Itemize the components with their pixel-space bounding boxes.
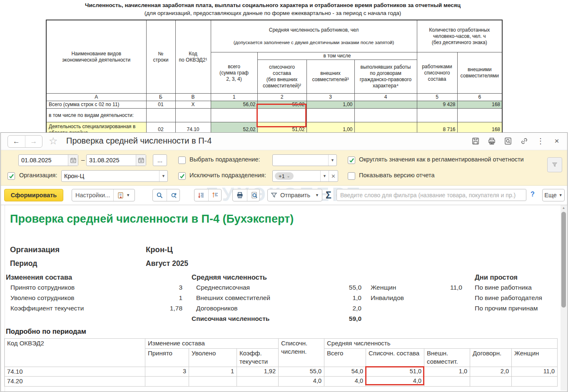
period-more-button[interactable]: ... — [153, 154, 167, 166]
chevron-down-icon: ▼ — [315, 193, 319, 197]
list-item: Принято сотрудников3 — [6, 284, 182, 294]
total-row: Списочная численность59,0 — [192, 315, 361, 325]
scroll-up-icon[interactable]: ▲ — [561, 206, 567, 210]
round-values-label: Округлять значения как в регламентирован… — [359, 156, 524, 163]
chevron-down-icon: ▼ — [559, 193, 563, 197]
printer-icon — [236, 191, 244, 199]
search-icon — [156, 192, 163, 199]
changes-section: Изменения состава Принято сотрудников3 У… — [6, 273, 182, 315]
section-title: Дни простоя — [475, 273, 564, 284]
department-combo[interactable]: ▼ — [272, 154, 337, 166]
col-header-hired: Принято — [145, 349, 189, 367]
organization-combo[interactable]: Крон-Ц ▼ — [61, 170, 168, 182]
col-header-payroll-count: Списочн. численн. — [279, 339, 324, 367]
chevron-down-icon: ⌄ — [287, 174, 290, 178]
excluded-count-badge[interactable]: +1⌄ — [275, 172, 294, 180]
select-department-label: Выбрать подразделение: — [189, 156, 260, 163]
date-to-input[interactable] — [87, 155, 136, 166]
chevron-down-icon[interactable]: ▼ — [159, 171, 167, 181]
settings-variants-button[interactable]: ▼ — [113, 189, 133, 201]
select-department-checkbox[interactable] — [178, 156, 186, 164]
list-item: По вине работодателя — [475, 294, 564, 305]
vertical-scrollbar[interactable]: ▲ — [561, 205, 567, 391]
more-actions-button[interactable]: ⋮ — [536, 136, 545, 146]
col-header-external: внешних совместителей³ — [306, 60, 354, 94]
grouping-group — [194, 189, 222, 201]
date-range-separator: – — [81, 156, 85, 163]
exclude-departments-checkbox[interactable] — [178, 172, 186, 180]
report-window: ← → ☆ Проверка средней численности в П-4… — [0, 132, 568, 392]
find-next-button[interactable] — [167, 189, 181, 201]
sum-button[interactable]: Σ — [326, 190, 331, 201]
list-item: Коэффициент текучести1,78 — [6, 305, 182, 315]
col-header-okved: Код по ОКВЭД2¹ — [175, 20, 211, 94]
generate-button[interactable]: Сформировать — [4, 189, 63, 201]
col-header-gpc: выполнявших работы по договорам гражданс… — [354, 60, 417, 94]
search-group — [152, 189, 180, 201]
organization-checkbox[interactable] — [7, 172, 15, 180]
col-group-changes: Изменение состава — [145, 339, 279, 349]
calendar-icon[interactable] — [68, 155, 78, 166]
list-item: Внешних совместителей1,0 — [192, 294, 361, 305]
date-from-input[interactable] — [19, 155, 68, 166]
scrollbar-thumb[interactable] — [561, 212, 566, 308]
printer-icon — [488, 137, 496, 145]
round-values-checkbox[interactable] — [348, 156, 355, 164]
forward-arrow-icon: → — [30, 137, 37, 146]
show-version-checkbox[interactable] — [348, 172, 355, 180]
settings-group: Настройки... ▼ — [72, 189, 135, 201]
col-header-payroll: списочного состава (без внешних совмести… — [257, 60, 306, 94]
more-button[interactable]: Еще ▼ — [542, 189, 565, 201]
table-row: Деятельность специализированная в област… — [46, 122, 502, 132]
close-button[interactable]: × — [552, 136, 561, 146]
detail-table: Код ОКВЭД2 Изменение состава Списочн. чи… — [4, 338, 558, 387]
chevron-down-icon[interactable]: ▼ — [328, 155, 336, 166]
col-header-payroll: Списочн. состава — [366, 349, 424, 367]
detail-title: Подробно по периодам — [6, 327, 86, 335]
save-button[interactable] — [471, 136, 480, 146]
back-button[interactable]: ← — [8, 136, 25, 147]
print-button[interactable] — [487, 136, 496, 146]
average-section: Средняя численность Среднесписочная55,0 … — [192, 273, 361, 325]
collapse-groups-button[interactable] — [208, 189, 222, 201]
send-button[interactable]: Отправить ▼ — [267, 189, 322, 201]
col-header-okved: Код ОКВЭД2 — [5, 339, 145, 367]
saved-settings-icon — [117, 192, 124, 199]
org-value: Крон-Ц — [146, 245, 173, 254]
col-header-external: Внешн. совместит. — [424, 349, 470, 367]
filter-input[interactable] — [336, 189, 526, 201]
link-button[interactable] — [520, 136, 529, 146]
settings-button[interactable]: Настройки... — [72, 189, 113, 201]
show-version-label: Показывать версию отчета — [359, 172, 435, 179]
extra-section: Женщин11,0 Инвалидов — [371, 284, 462, 305]
expand-groups-button[interactable] — [194, 189, 208, 201]
back-arrow-icon: ← — [13, 137, 20, 146]
chevron-down-icon[interactable]: ▼ — [320, 171, 329, 181]
calendar-icon[interactable] — [136, 155, 146, 166]
col-header-activity: Наименование видов экономической деятель… — [46, 20, 146, 94]
exclude-departments-combo[interactable]: +1⌄ ▼ ✕ — [272, 170, 338, 182]
preview-button[interactable] — [247, 189, 262, 201]
section-title: Средняя численность — [192, 273, 361, 284]
date-from-field — [18, 154, 78, 166]
col-header-turnover: Коэфф. текучести — [237, 349, 279, 367]
ellipsis-icon: ⋮ — [537, 136, 544, 146]
col-header-fired: Уволено — [189, 349, 237, 367]
help-button[interactable]: ? — [531, 191, 535, 198]
letters-row: АБ В1 23 45 6 — [46, 94, 502, 101]
exclude-departments-label: Исключить подразделения: — [189, 172, 266, 179]
print-group — [232, 189, 260, 201]
table-row: 74.10 3 1 1,92 55,0 54,0 51,0 1,0 2,0 11… — [5, 367, 558, 377]
favorite-star-icon[interactable]: ☆ — [49, 135, 58, 147]
find-button[interactable] — [153, 189, 167, 201]
form-title: Численность, начисленная заработная плат… — [44, 2, 502, 8]
filter-settings-button[interactable] — [547, 157, 562, 172]
link-icon — [520, 137, 528, 145]
print-button[interactable] — [233, 189, 247, 201]
forward-button[interactable]: → — [25, 136, 42, 147]
col-header-total: всего (сумма граф 2, 3, 4) — [211, 52, 257, 94]
window-title: Проверка средней численности в П-4 — [66, 136, 212, 146]
clear-icon[interactable]: ✕ — [329, 171, 338, 181]
list-item: По прочим причинам — [475, 305, 564, 315]
preview-button[interactable] — [503, 136, 513, 146]
